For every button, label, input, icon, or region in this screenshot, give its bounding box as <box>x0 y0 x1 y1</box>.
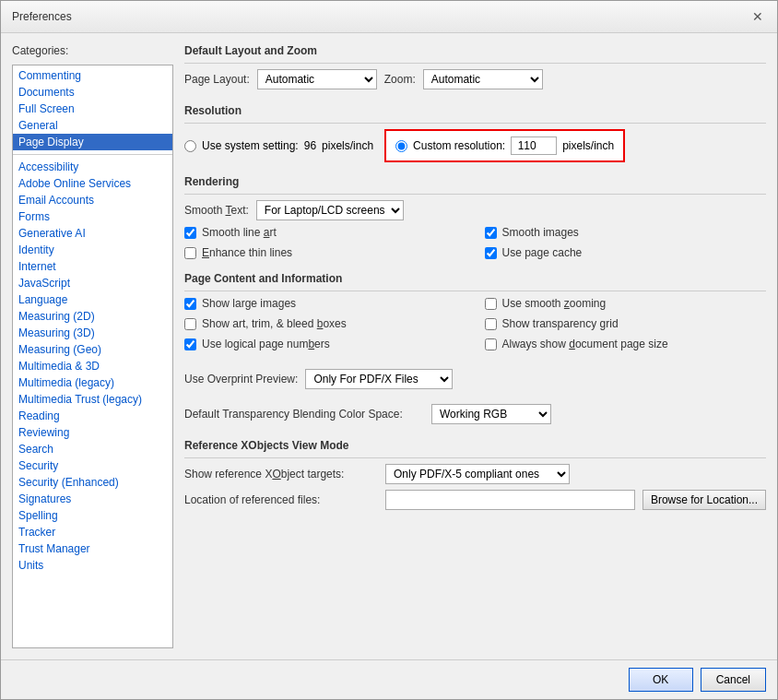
use-page-cache-checkbox[interactable] <box>485 247 497 259</box>
main-panel: Default Layout and Zoom Page Layout: Aut… <box>184 44 766 648</box>
rendering-checkboxes: Smooth line art Smooth images Enhance th… <box>184 226 766 263</box>
enhance-thin-lines-checkbox[interactable] <box>184 247 196 259</box>
sidebar-item-general[interactable]: General <box>13 117 172 134</box>
sidebar-item-javascript[interactable]: JavaScript <box>13 275 172 291</box>
show-large-images-row: Show large images <box>184 297 466 310</box>
categories-label: Categories: <box>12 44 173 57</box>
xobjects-location-label: Location of referenced files: <box>184 493 378 506</box>
close-button[interactable]: ✕ <box>749 8 766 25</box>
sidebar-item-search[interactable]: Search <box>13 441 172 457</box>
transparency-grid-checkbox[interactable] <box>485 318 497 330</box>
page-layout-select[interactable]: Automatic Single Page Single Page Contin… <box>257 69 377 89</box>
preferences-dialog: Preferences ✕ Categories: CommentingDocu… <box>0 0 778 700</box>
show-art-trim-row: Show art, trim, & bleed boxes <box>184 317 466 330</box>
sidebar-item-reviewing[interactable]: Reviewing <box>13 424 172 441</box>
smooth-line-art-checkbox[interactable] <box>184 227 196 239</box>
sidebar-item-forms[interactable]: Forms <box>13 208 172 225</box>
sidebar-item-trust-manager[interactable]: Trust Manager <box>13 540 172 557</box>
transparency-blending-select[interactable]: Working RGB Working CMYK sRGB <box>431 404 551 424</box>
sidebar-item-measuring--2d-[interactable]: Measuring (2D) <box>13 308 172 325</box>
custom-resolution-input[interactable] <box>511 136 557 155</box>
transparency-grid-label: Show transparency grid <box>502 317 619 330</box>
sidebar-item-multimedia--legacy-[interactable]: Multimedia (legacy) <box>13 374 172 391</box>
layout-zoom-title: Default Layout and Zoom <box>184 44 766 57</box>
transparency-grid-row: Show transparency grid <box>485 317 767 330</box>
sidebar: Categories: CommentingDocumentsFull Scre… <box>12 44 173 648</box>
ok-button[interactable]: OK <box>629 668 693 692</box>
show-art-trim-checkbox[interactable] <box>184 318 196 330</box>
custom-resolution-unit: pixels/inch <box>562 139 614 152</box>
resolution-title: Resolution <box>184 104 766 117</box>
smooth-text-label: Smooth Text: <box>184 204 249 217</box>
overprint-select[interactable]: Only For PDF/X Files Always Never <box>305 369 453 389</box>
sidebar-item-accessibility[interactable]: Accessibility <box>13 159 172 175</box>
resolution-row: Use system setting: 96 pixels/inch Custo… <box>184 129 766 162</box>
transparency-blending-row: Default Transparency Blending Color Spac… <box>184 404 766 424</box>
sidebar-item-tracker[interactable]: Tracker <box>13 524 172 540</box>
layout-zoom-section: Default Layout and Zoom Page Layout: Aut… <box>184 44 766 95</box>
custom-resolution-label: Custom resolution: <box>413 139 505 152</box>
sidebar-item-security[interactable]: Security <box>13 457 172 474</box>
smooth-zooming-checkbox[interactable] <box>485 298 497 310</box>
sidebar-item-units[interactable]: Units <box>13 557 172 574</box>
sidebar-item-security--enhanced-[interactable]: Security (Enhanced) <box>13 474 172 491</box>
show-large-images-checkbox[interactable] <box>184 298 196 310</box>
sidebar-top-group: CommentingDocumentsFull ScreenGeneralPag… <box>13 67 172 150</box>
xobjects-show-select[interactable]: Only PDF/X-5 compliant ones All None <box>385 464 570 484</box>
sidebar-item-measuring--3d-[interactable]: Measuring (3D) <box>13 325 172 341</box>
xobjects-location-input[interactable] <box>385 490 635 510</box>
system-resolution-radio[interactable] <box>184 140 196 152</box>
system-resolution-label: Use system setting: <box>202 139 299 152</box>
transparency-blending-label: Default Transparency Blending Color Spac… <box>184 408 424 421</box>
sidebar-item-documents[interactable]: Documents <box>13 84 172 101</box>
title-bar: Preferences ✕ <box>1 1 777 33</box>
sidebar-item-signatures[interactable]: Signatures <box>13 491 172 507</box>
sidebar-item-internet[interactable]: Internet <box>13 258 172 275</box>
sidebar-item-adobe-online-services[interactable]: Adobe Online Services <box>13 175 172 192</box>
sidebar-item-language[interactable]: Language <box>13 291 172 308</box>
always-show-doc-size-row: Always show document page size <box>485 338 767 350</box>
page-content-section: Page Content and Information Show large … <box>184 272 766 354</box>
show-large-images-label: Show large images <box>202 297 296 310</box>
show-art-trim-label: Show art, trim, & bleed boxes <box>202 317 347 330</box>
zoom-label: Zoom: <box>384 73 416 86</box>
overprint-row: Use Overprint Preview: Only For PDF/X Fi… <box>184 369 766 389</box>
custom-resolution-group: Custom resolution: pixels/inch <box>384 129 625 162</box>
cancel-button[interactable]: Cancel <box>701 668 766 692</box>
smooth-text-select[interactable]: For Laptop/LCD screens None For monitors… <box>256 200 404 220</box>
sidebar-bottom-group: AccessibilityAdobe Online ServicesEmail … <box>13 159 172 574</box>
xobjects-section: Reference XObjects View Mode Show refere… <box>184 439 766 516</box>
sidebar-item-multimedia-trust--legacy-[interactable]: Multimedia Trust (legacy) <box>13 391 172 408</box>
always-show-doc-size-label: Always show document page size <box>502 338 668 350</box>
system-resolution-value: 96 <box>304 139 316 152</box>
layout-zoom-row: Page Layout: Automatic Single Page Singl… <box>184 69 766 89</box>
logical-page-numbers-checkbox[interactable] <box>184 338 196 350</box>
always-show-doc-size-checkbox[interactable] <box>485 338 497 350</box>
sidebar-item-generative-ai[interactable]: Generative AI <box>13 225 172 242</box>
sidebar-item-spelling[interactable]: Spelling <box>13 507 172 524</box>
smooth-line-art-label: Smooth line art <box>202 226 277 239</box>
sidebar-item-measuring--geo-[interactable]: Measuring (Geo) <box>13 341 172 358</box>
sidebar-item-reading[interactable]: Reading <box>13 408 172 424</box>
smooth-images-checkbox[interactable] <box>485 227 497 239</box>
resolution-section: Resolution Use system setting: 96 pixels… <box>184 104 766 166</box>
smooth-images-row: Smooth images <box>485 226 767 239</box>
enhance-thin-lines-label: Enhance thin lines <box>202 246 292 259</box>
smooth-zooming-row: Use smooth zooming <box>485 297 767 310</box>
sidebar-item-page-display[interactable]: Page Display <box>13 134 172 150</box>
browse-button[interactable]: Browse for Location... <box>642 490 766 510</box>
sidebar-item-full-screen[interactable]: Full Screen <box>13 101 172 117</box>
sidebar-item-commenting[interactable]: Commenting <box>13 67 172 84</box>
sidebar-item-identity[interactable]: Identity <box>13 242 172 258</box>
sidebar-item-email-accounts[interactable]: Email Accounts <box>13 192 172 208</box>
smooth-zooming-label: Use smooth zooming <box>502 297 607 310</box>
enhance-thin-lines-row: Enhance thin lines <box>184 246 466 259</box>
zoom-select[interactable]: Automatic Fit Page Fit Width Fit Height … <box>423 69 543 89</box>
xobjects-title: Reference XObjects View Mode <box>184 439 766 452</box>
dialog-body: Categories: CommentingDocumentsFull Scre… <box>1 33 777 659</box>
page-layout-label: Page Layout: <box>184 73 250 86</box>
smooth-images-label: Smooth images <box>502 226 579 239</box>
custom-resolution-radio[interactable] <box>395 140 407 152</box>
dialog-footer: OK Cancel <box>1 659 777 699</box>
sidebar-item-multimedia---3d[interactable]: Multimedia & 3D <box>13 358 172 374</box>
